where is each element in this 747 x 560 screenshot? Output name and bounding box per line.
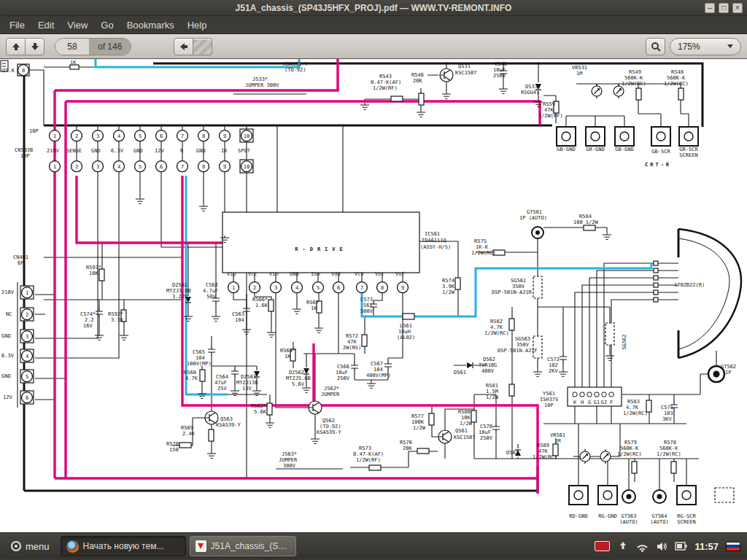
svg-text:GT562: GT562 <box>721 364 736 370</box>
arrow-up-icon <box>12 42 20 51</box>
svg-text:3.3K: 3.3K <box>111 317 124 323</box>
menu-edit[interactable]: Edit <box>31 18 61 33</box>
svg-text:103: 103 <box>664 411 673 416</box>
svg-text:Q561: Q561 <box>455 428 468 434</box>
svg-text:Q531: Q531 <box>458 63 471 69</box>
svg-text:R578: R578 <box>664 440 676 446</box>
menu-file[interactable]: File <box>3 18 31 33</box>
svg-text:2: 2 <box>75 164 78 170</box>
page-total-label: of 146 <box>89 39 131 55</box>
svg-text:RG-GND: RG-GND <box>598 513 616 519</box>
zoom-dropdown[interactable]: 175% <box>670 38 741 55</box>
svg-text:GND: GND <box>196 148 206 154</box>
svg-text:10uF: 10uF <box>479 429 491 435</box>
network-icon[interactable] <box>636 541 649 552</box>
svg-text:4: 4 <box>295 285 298 291</box>
keyboard-layout-flag-icon[interactable] <box>726 542 740 551</box>
svg-text:J562*: J562* <box>324 386 339 392</box>
svg-text:R546: R546 <box>411 72 424 78</box>
svg-text:47K: 47K <box>538 448 548 454</box>
svg-text:KSC1507: KSC1507 <box>455 70 477 76</box>
svg-text:5: 5 <box>26 374 28 380</box>
search-button[interactable] <box>646 38 665 55</box>
svg-text:R572: R572 <box>346 333 358 339</box>
red-indicator-icon[interactable] <box>595 541 610 551</box>
svg-text:1: 1 <box>26 290 28 296</box>
svg-text:DZ563: DZ563 <box>241 374 256 380</box>
update-arrow-icon[interactable] <box>617 540 629 552</box>
svg-text:TDA6111Q: TDA6111Q <box>422 238 446 244</box>
svg-text:C572: C572 <box>547 357 560 362</box>
svg-text:ISH37S: ISH37S <box>540 397 558 402</box>
svg-text:R570: R570 <box>166 441 179 447</box>
svg-text:560K-K: 560K-K <box>659 446 678 451</box>
svg-text:6: 6 <box>26 395 28 401</box>
svg-text:1/2W(RC): 1/2W(RC) <box>471 250 496 256</box>
svg-text:150: 150 <box>169 447 179 453</box>
menu-bookmarks[interactable]: Bookmarks <box>120 18 181 33</box>
svg-text:VR531: VR531 <box>572 65 587 71</box>
menu-help[interactable]: Help <box>181 18 214 33</box>
svg-text:10uF: 10uF <box>493 67 506 73</box>
history-back-button[interactable] <box>174 38 193 55</box>
taskbar-menu-button[interactable]: menu <box>4 533 57 559</box>
svg-text:6.3V: 6.3V <box>111 148 124 154</box>
svg-text:1/2W(RF): 1/2W(RF) <box>356 457 381 463</box>
titlebar: J51A_chassis_(SP43J5HFX_PROJ).pdf — WWW.… <box>0 0 747 16</box>
svg-text:R543: R543 <box>379 74 392 79</box>
svg-text:G: G <box>588 400 591 405</box>
svg-text:R5GU41: R5GU41 <box>521 90 539 96</box>
menu-go[interactable]: Go <box>94 18 120 33</box>
battery-icon[interactable] <box>675 542 687 551</box>
svg-text:1P: 1P <box>725 370 731 376</box>
taskbar-task-firefox[interactable]: Начать новую тем... <box>61 536 186 556</box>
svg-text:6.3V: 6.3V <box>1 353 15 359</box>
svg-text:R-DRIVE: R-DRIVE <box>295 246 347 252</box>
svg-text:10K: 10K <box>89 271 98 276</box>
svg-text:C570: C570 <box>480 424 492 429</box>
pdf-canvas[interactable]: OT.K81K10PCN503B10P210VSENSEGND6.3VGND12… <box>0 59 747 532</box>
svg-text:560K-K: 560K-K <box>624 75 643 81</box>
page-nav-group <box>6 38 44 55</box>
svg-text:1/2W(RF): 1/2W(RF) <box>538 113 563 119</box>
history-group <box>174 38 212 55</box>
svg-text:R566*: R566* <box>252 297 268 303</box>
svg-text:7: 7 <box>181 164 184 170</box>
svg-text:560K-K: 560K-K <box>667 75 686 81</box>
svg-text:D563: D563 <box>506 450 519 456</box>
svg-text:250V: 250V <box>493 73 506 79</box>
svg-text:R549: R549 <box>629 69 641 75</box>
svg-text:L561: L561 <box>400 323 412 329</box>
svg-text:KSC1507: KSC1507 <box>454 435 476 440</box>
volume-icon[interactable] <box>656 541 667 552</box>
previous-page-button[interactable] <box>6 38 26 55</box>
svg-text:KSA539-Y: KSA539-Y <box>283 61 309 67</box>
svg-text:20K: 20K <box>403 446 412 451</box>
svg-text:1K: 1K <box>285 354 291 359</box>
minimize-button[interactable]: – <box>705 3 715 13</box>
svg-text:F: F <box>610 400 613 405</box>
next-page-button[interactable] <box>25 38 44 55</box>
svg-text:CRT-R: CRT-R <box>645 162 671 168</box>
page-number-input[interactable] <box>55 39 89 55</box>
svg-text:1: 1 <box>53 164 56 170</box>
pdf-icon <box>196 540 206 552</box>
svg-text:C574*: C574* <box>80 311 96 317</box>
clock[interactable]: 11:57 <box>694 541 719 552</box>
svg-text:SENSE: SENSE <box>66 148 82 154</box>
svg-text:R592*: R592* <box>108 311 123 317</box>
maximize-button[interactable]: □ <box>719 3 729 13</box>
svg-text:C540: C540 <box>495 61 507 67</box>
arrow-left-icon <box>179 42 188 51</box>
svg-text:10: 10 <box>244 133 249 139</box>
svg-text:GR-GND: GR-GND <box>586 147 604 152</box>
taskbar: menu Начать новую тем... J51A_chassis_(S… <box>0 532 747 559</box>
svg-text:CN401: CN401 <box>13 254 28 260</box>
svg-text:12V: 12V <box>3 394 12 400</box>
taskbar-task-pdf[interactable]: J51A_chassis_(SP4... <box>190 536 296 556</box>
svg-text:VR561: VR561 <box>550 432 565 438</box>
svg-text:210V: 210V <box>1 289 15 295</box>
close-button[interactable]: × <box>732 3 743 13</box>
menu-view[interactable]: View <box>61 18 94 33</box>
svg-text:350V: 350V <box>512 284 525 289</box>
